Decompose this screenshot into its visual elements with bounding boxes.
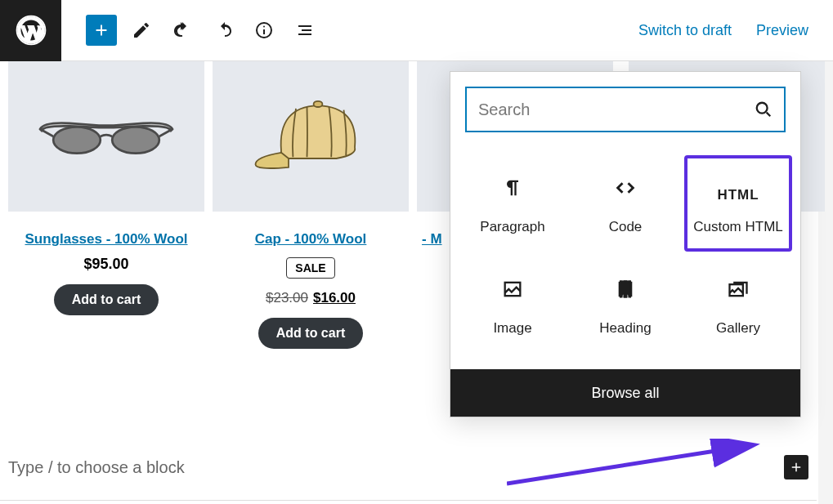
block-option-custom-html[interactable]: HTML Custom HTML bbox=[684, 155, 792, 252]
product-card: Sunglasses - 100% Wool $95.00 Add to car… bbox=[8, 61, 204, 349]
block-search-input[interactable] bbox=[478, 100, 755, 119]
block-option-heading[interactable]: Heading bbox=[571, 256, 679, 353]
product-old-price: $23.00 bbox=[266, 290, 308, 306]
block-search-field[interactable] bbox=[465, 87, 786, 132]
editor-canvas: Sunglasses - 100% Wool $95.00 Add to car… bbox=[0, 61, 833, 504]
block-option-gallery[interactable]: Gallery bbox=[684, 256, 792, 353]
paragraph-icon bbox=[501, 172, 524, 204]
block-option-image[interactable]: Image bbox=[459, 256, 567, 353]
svg-line-8 bbox=[767, 113, 771, 117]
product-title-link[interactable]: - M bbox=[422, 231, 442, 248]
block-grid: Paragraph Code HTML Custom HTML Image He… bbox=[450, 147, 800, 369]
redo-icon[interactable] bbox=[207, 14, 240, 47]
add-block-inline-button[interactable] bbox=[784, 455, 808, 479]
preview-link[interactable]: Preview bbox=[756, 22, 808, 39]
divider bbox=[0, 500, 817, 501]
code-icon bbox=[614, 172, 637, 204]
product-image bbox=[213, 61, 409, 212]
undo-icon[interactable] bbox=[166, 14, 199, 47]
svg-point-7 bbox=[757, 103, 768, 114]
block-inserter-popup: Paragraph Code HTML Custom HTML Image He… bbox=[450, 71, 801, 417]
block-option-label: Image bbox=[493, 320, 531, 337]
block-option-label: Gallery bbox=[716, 320, 760, 337]
browse-all-button[interactable]: Browse all bbox=[450, 369, 800, 417]
product-title-link[interactable]: Sunglasses - 100% Wool bbox=[25, 231, 187, 248]
wordpress-logo[interactable] bbox=[0, 0, 61, 61]
product-new-price: $16.00 bbox=[313, 290, 356, 306]
svg-point-6 bbox=[314, 101, 323, 107]
block-option-label: Heading bbox=[599, 320, 651, 337]
block-option-label: Paragraph bbox=[480, 219, 544, 235]
switch-to-draft-link[interactable]: Switch to draft bbox=[638, 22, 732, 39]
add-to-cart-button[interactable]: Add to cart bbox=[258, 318, 363, 349]
editor-top-toolbar: Switch to draft Preview bbox=[0, 0, 833, 61]
image-icon bbox=[501, 273, 524, 306]
info-icon[interactable] bbox=[248, 14, 280, 47]
product-image bbox=[8, 61, 204, 212]
product-card: Cap - 100% Wool SALE $23.00$16.00 Add to… bbox=[213, 61, 409, 349]
html-icon: HTML bbox=[717, 172, 759, 204]
product-price: $23.00$16.00 bbox=[266, 290, 356, 306]
sale-badge: SALE bbox=[286, 257, 334, 279]
add-to-cart-button[interactable]: Add to cart bbox=[54, 284, 159, 315]
add-block-button[interactable] bbox=[86, 15, 117, 46]
block-option-code[interactable]: Code bbox=[571, 155, 679, 252]
outline-icon[interactable] bbox=[289, 14, 321, 47]
edit-icon[interactable] bbox=[125, 14, 158, 47]
new-block-prompt[interactable]: Type / to choose a block bbox=[8, 455, 808, 479]
block-option-label: Custom HTML bbox=[693, 219, 783, 235]
gallery-icon bbox=[727, 273, 750, 306]
svg-point-3 bbox=[263, 26, 265, 28]
product-title-link[interactable]: Cap - 100% Wool bbox=[255, 231, 367, 248]
svg-point-4 bbox=[53, 127, 101, 153]
block-option-paragraph[interactable]: Paragraph bbox=[459, 155, 567, 252]
search-icon bbox=[755, 100, 773, 118]
product-price: $95.00 bbox=[83, 256, 128, 273]
block-option-label: Code bbox=[609, 219, 643, 235]
prompt-placeholder: Type / to choose a block bbox=[8, 458, 185, 477]
svg-point-5 bbox=[112, 127, 159, 153]
